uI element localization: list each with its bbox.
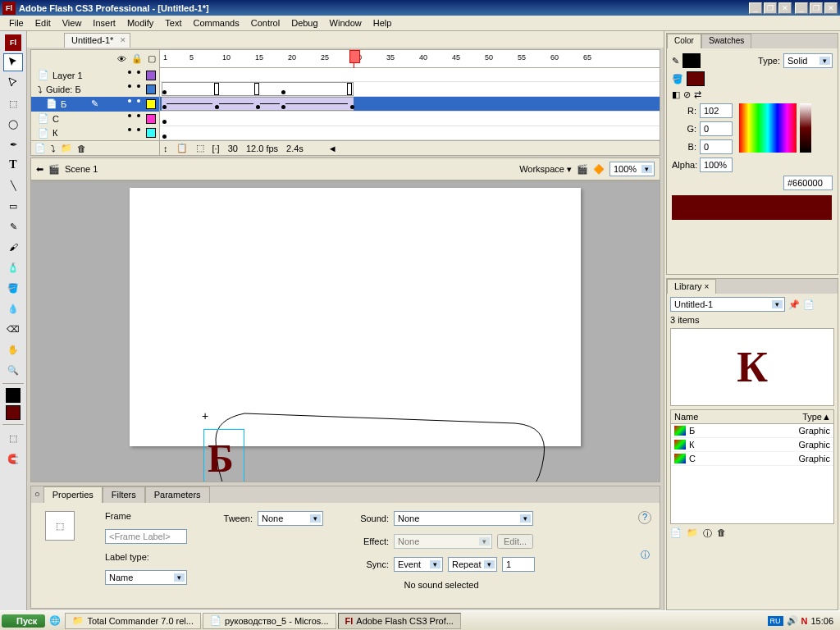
eraser-tool[interactable]: ⌫ (3, 320, 23, 338)
new-library-icon[interactable]: 📄 (803, 299, 815, 310)
no-color-icon[interactable]: ⊘ (683, 89, 691, 100)
stage-symbol[interactable]: Б (208, 436, 234, 481)
edit-scene-button[interactable]: ⬅ (36, 164, 43, 175)
tab-parameters[interactable]: Parameters (145, 486, 210, 503)
alpha-input[interactable]: 100% (700, 158, 733, 172)
delete-layer-button[interactable]: 🗑 (77, 144, 86, 153)
hand-tool[interactable]: ✋ (3, 340, 23, 358)
r-input[interactable]: 102 (700, 103, 733, 118)
delete-button[interactable]: 🗑 (717, 527, 726, 540)
free-transform-tool[interactable]: ⬚ (3, 94, 23, 112)
magnet-toggle[interactable]: 🧲 (3, 450, 23, 468)
scene-name[interactable]: Scene 1 (65, 164, 98, 174)
document-tab[interactable]: Untitled-1*✕ (64, 33, 130, 48)
zoom-tool[interactable]: 🔍 (3, 361, 23, 379)
menu-help[interactable]: Help (368, 16, 398, 30)
line-tool[interactable]: ╲ (3, 176, 23, 194)
zoom-dropdown[interactable]: 100% (609, 162, 655, 176)
minimize-button[interactable]: _ (749, 2, 762, 14)
layer-row-guide[interactable]: ⤵Guide: Б (31, 82, 159, 97)
start-button[interactable]: Пуск (2, 614, 45, 628)
bucket-fill-icon[interactable]: 🪣 (672, 74, 683, 84)
tray-icon[interactable]: N (801, 616, 808, 626)
selection-tool[interactable] (3, 53, 23, 71)
pin-icon[interactable]: 📌 (788, 299, 800, 310)
brush-tool[interactable]: 🖌 (3, 238, 23, 256)
pencil-stroke-icon[interactable]: ✎ (672, 56, 679, 66)
info-icon[interactable]: ⓘ (638, 549, 651, 562)
outline-icon[interactable]: ▢ (148, 53, 156, 64)
pen-tool[interactable]: ✒ (3, 135, 23, 153)
menu-edit[interactable]: Edit (30, 16, 57, 30)
hex-input[interactable]: #660000 (783, 176, 833, 190)
lock-icon[interactable]: 🔒 (131, 53, 143, 64)
visibility-icon[interactable]: 👁 (117, 54, 126, 64)
text-tool[interactable]: T (3, 156, 23, 174)
label-type-dropdown[interactable]: Name (105, 570, 187, 585)
taskbar-button[interactable]: 📁Total Commander 7.0 rel... (65, 613, 201, 629)
edit-symbol-icon[interactable]: 🔶 (593, 164, 605, 175)
frame-track[interactable] (160, 68, 660, 83)
tab-library[interactable]: Library × (667, 279, 716, 294)
subselection-tool[interactable] (3, 74, 23, 92)
restore-button[interactable]: ❐ (764, 2, 777, 14)
color-type-dropdown[interactable]: Solid (783, 53, 833, 68)
menu-file[interactable]: File (3, 16, 30, 30)
tab-color[interactable]: Color (667, 34, 701, 48)
tab-close-icon[interactable]: ✕ (120, 36, 126, 44)
sync-dropdown[interactable]: Event (394, 557, 443, 572)
workspace-button[interactable]: Workspace ▾ (519, 164, 572, 175)
frame-label-input[interactable]: <Frame Label> (105, 529, 187, 544)
menu-text[interactable]: Text (159, 16, 187, 30)
menu-control[interactable]: Control (245, 16, 285, 30)
layer-row[interactable]: 📄С (31, 112, 159, 126)
doc-minimize-button[interactable]: _ (795, 2, 808, 14)
menu-modify[interactable]: Modify (121, 16, 159, 30)
menu-debug[interactable]: Debug (285, 16, 323, 30)
frame-track[interactable] (160, 126, 660, 141)
frame-track[interactable] (160, 112, 660, 126)
ink-bottle-tool[interactable]: 🧴 (3, 258, 23, 276)
menu-insert[interactable]: Insert (87, 16, 121, 30)
add-folder-button[interactable]: 📁 (61, 143, 72, 153)
list-item[interactable]: СGraphic (671, 452, 833, 466)
edit-scene-icon[interactable]: 🎬 (577, 164, 588, 175)
tab-filters[interactable]: Filters (103, 486, 145, 503)
new-folder-button[interactable]: 📁 (687, 527, 698, 540)
color-spectrum[interactable] (739, 103, 797, 153)
taskbar-button[interactable]: 📄руководство_5 - Micros... (203, 613, 336, 629)
black-white-icon[interactable]: ◧ (672, 89, 680, 100)
swap-colors-icon[interactable]: ⇄ (694, 89, 701, 100)
doc-restore-button[interactable]: ❐ (810, 2, 823, 14)
properties-button[interactable]: ⓘ (703, 527, 712, 540)
frame-track[interactable] (160, 82, 660, 97)
color-brightness-bar[interactable] (800, 103, 811, 153)
g-input[interactable]: 0 (700, 121, 733, 136)
lasso-tool[interactable]: ◯ (3, 115, 23, 133)
repeat-count-input[interactable]: 1 (502, 557, 535, 572)
add-guide-button[interactable]: ⤵ (51, 144, 56, 153)
new-symbol-button[interactable]: 📄 (670, 527, 682, 540)
rectangle-tool[interactable]: ▭ (3, 197, 23, 215)
add-layer-button[interactable]: 📄 (34, 143, 46, 153)
stroke-color[interactable] (6, 388, 21, 403)
tab-swatches[interactable]: Swatches (701, 34, 751, 48)
paint-bucket-tool[interactable]: 🪣 (3, 279, 23, 297)
list-item[interactable]: КGraphic (671, 438, 833, 452)
taskbar-button-active[interactable]: FlAdobe Flash CS3 Prof... (338, 613, 461, 629)
language-indicator[interactable]: RU (768, 616, 783, 626)
layer-row[interactable]: 📄Layer 1 (31, 68, 159, 83)
repeat-dropdown[interactable]: Repeat (448, 557, 497, 572)
quick-launch-icon[interactable]: 🌐 (47, 615, 63, 626)
menu-view[interactable]: View (57, 16, 88, 30)
library-doc-dropdown[interactable]: Untitled-1 (670, 297, 785, 312)
frame-ruler[interactable]: 1 5 10 15 20 25 30 35 40 45 50 55 60 65 (160, 50, 660, 68)
fill-swatch[interactable] (687, 71, 705, 86)
stage[interactable] (130, 188, 581, 446)
stroke-swatch[interactable] (682, 53, 701, 68)
tab-properties[interactable]: Properties (43, 486, 103, 503)
menu-commands[interactable]: Commands (187, 16, 244, 30)
layer-row-selected[interactable]: 📄Б ✎ (31, 97, 159, 112)
list-item[interactable]: БGraphic (671, 424, 833, 438)
snap-toggle[interactable]: ⬚ (3, 429, 23, 447)
